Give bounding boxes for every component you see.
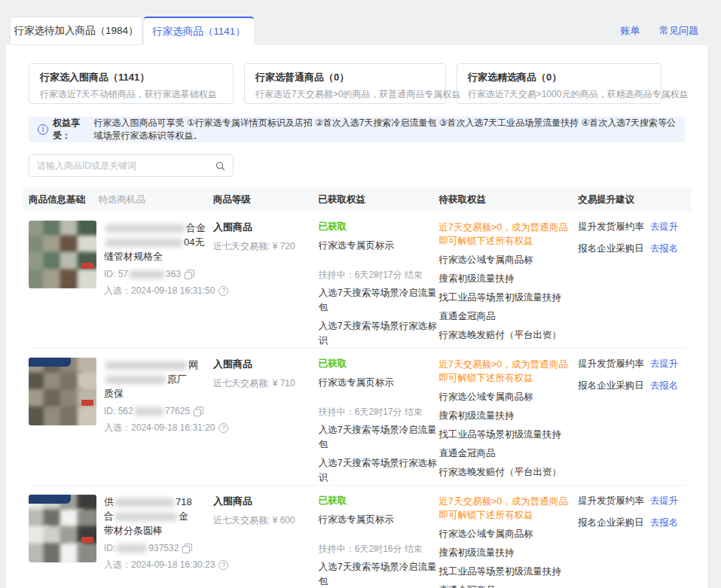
selected-time-text: 入选：2024-09-18 16:31:50 — [104, 285, 215, 297]
suggestion-action-link[interactable]: 去报名 — [650, 380, 679, 391]
product-search — [29, 154, 234, 177]
pending-benefit-item: 行家选公域专属商品标 — [439, 527, 579, 541]
header-product-info-tab[interactable]: 商品信息基础 — [29, 194, 85, 205]
card-shortlisted-products[interactable]: 行家选入围商品（1141） 行家选近7天不动销商品，获行家选基础权益 — [29, 63, 234, 104]
card-title: 行家选入围商品（1141） — [40, 71, 222, 84]
text-fragment: ID: — [104, 543, 115, 553]
suggestion-action-link[interactable]: 去报名 — [650, 243, 679, 254]
bill-link[interactable]: 账单 — [620, 25, 640, 36]
suggestion-row: 提升发货履约率去提升 — [578, 358, 685, 370]
suggestion-label: 报名企业采购日 — [578, 243, 644, 254]
table-row: 供718合金带材分条圆棒 ID: 937532 入选：2024-09-18 16… — [29, 486, 685, 588]
suggestion-label: 报名企业采购日 — [578, 517, 644, 528]
selected-time-text: 入选：2024-09-18 16:31:20 — [104, 422, 215, 434]
suggestion-row: 报名企业采购日去报名 — [578, 379, 685, 392]
seven-day-trade-amount: 近七天交易额: ¥ 600 — [213, 514, 319, 527]
product-selected-time: 入选：2024-09-18 16:31:50? — [104, 285, 213, 297]
grade-name: 入围商品 — [213, 495, 319, 508]
text-fragment: 77625 — [165, 406, 190, 416]
card-title: 行家选普通商品（0） — [255, 71, 435, 84]
product-info-cell: 网原厂质保 ID: 56277625 入选：2024-09-18 16:31:2… — [29, 358, 213, 485]
copy-icon[interactable] — [185, 270, 194, 279]
product-grade-cell: 入围商品 近七天交易额: ¥ 710 — [213, 358, 319, 485]
thumbnail-price-chip — [81, 400, 93, 406]
table-row: 网原厂质保 ID: 56277625 入选：2024-09-18 16:31:2… — [29, 349, 685, 486]
table-row: 合金04无缝管材规格全 ID: 57363 入选：2024-09-18 16:3… — [29, 212, 685, 349]
copy-icon[interactable] — [194, 407, 203, 416]
product-id: ID: 57363 — [104, 269, 213, 279]
copy-icon[interactable] — [182, 544, 192, 553]
card-featured-products[interactable]: 行家选精选商品（0） 行家选近7天交易>1000元的商品，获精选商品专属权益 — [457, 63, 661, 104]
thumbnail-price-chip — [81, 263, 93, 269]
tab-selected-products[interactable]: 行家选商品（1141） — [144, 17, 254, 45]
suggestion-label: 提升发货履约率 — [578, 495, 644, 506]
redacted-text — [105, 239, 182, 247]
text-fragment: 供 — [104, 496, 114, 507]
text-fragment: 363 — [166, 269, 181, 279]
header-featured-opportunity-tab[interactable]: 特选商机品 — [98, 194, 145, 205]
text-fragment: ID: 562 — [104, 406, 133, 416]
suggestion-label: 报名企业采购日 — [578, 380, 644, 391]
support-countdown: 扶持中：6天2时17分 结束 — [319, 269, 439, 282]
acquired-status: 已获取 — [319, 495, 439, 507]
pending-benefit-item: 搜索初级流量扶持 — [439, 409, 579, 422]
suggestion-action-link[interactable]: 去报名 — [650, 517, 679, 528]
redacted-text — [117, 544, 147, 553]
support-benefit-item: 入选7天搜索等场景冷启流量包 — [319, 286, 439, 315]
support-benefit-item: 入选7天搜索等场景冷启流量包 — [319, 423, 439, 452]
header-pending-benefits: 待获取权益 — [438, 193, 578, 206]
suggestion-action-link[interactable]: 去提升 — [650, 495, 679, 506]
product-table-body: 合金04无缝管材规格全 ID: 57363 入选：2024-09-18 16:3… — [29, 212, 685, 588]
thumbnail-banner — [29, 358, 71, 367]
search-icon[interactable] — [215, 161, 225, 171]
text-fragment: 合 — [104, 510, 114, 522]
card-normal-products[interactable]: 行家选普通商品（0） 行家选近7天交易额>0的商品，获普通商品专属权益 — [244, 63, 446, 104]
faq-link[interactable]: 常见问题 — [659, 25, 698, 36]
product-title[interactable]: 合金04无缝管材规格全 — [104, 221, 213, 264]
product-title[interactable]: 供718合金带材分条圆棒 — [104, 495, 213, 538]
suggestion-row: 报名企业采购日去报名 — [578, 242, 685, 255]
search-input[interactable] — [37, 160, 215, 171]
top-links: 账单 常见问题 — [603, 24, 698, 38]
acquired-benefit-item: 行家选专属页标示 — [319, 376, 439, 389]
acquired-benefits-cell: 已获取 行家选专属页标示 扶持中：6天2时17分 结束 入选7天搜索等场景冷启流… — [319, 221, 439, 348]
redacted-text — [130, 270, 164, 279]
banner-text: 行家选入围商品可享受 ①行家选专属详情页标识及店招 ②首次入选7天搜索冷启流量包… — [94, 117, 676, 142]
product-selected-time: 入选：2024-09-18 16:31:20? — [104, 422, 213, 434]
text-fragment: 937532 — [148, 543, 179, 553]
suggestion-action-link[interactable]: 去提升 — [650, 221, 679, 232]
header-acquired-benefits: 已获取权益 — [319, 193, 439, 206]
pending-items: 行家选公域专属商品标搜索初级流量扶持找工业品等场景初级流量扶持直通金冠商品行家选… — [439, 527, 579, 588]
info-icon: i — [38, 124, 48, 135]
product-grade-cell: 入围商品 近七天交易额: ¥ 600 — [213, 495, 319, 588]
tab-pending-products[interactable]: 行家选待加入商品（1984） — [10, 17, 142, 45]
product-thumbnail[interactable] — [29, 358, 96, 425]
suggestion-action-link[interactable]: 去提升 — [650, 358, 679, 369]
card-title: 行家选精选商品（0） — [468, 71, 650, 84]
pending-benefit-item: 行家选晚发赔付（平台出资） — [439, 328, 579, 342]
pending-benefit-item: 搜索初级流量扶持 — [439, 546, 579, 559]
suggestion-label: 提升发货履约率 — [578, 221, 644, 232]
pending-benefit-item: 搜索初级流量扶持 — [439, 272, 579, 285]
product-thumbnail[interactable] — [29, 495, 96, 562]
acquired-status: 已获取 — [319, 221, 439, 233]
product-title[interactable]: 网原厂质保 — [104, 358, 213, 401]
header-product-grade: 商品等级 — [213, 193, 319, 206]
top-tab-bar: 行家选待加入商品（1984） 行家选商品（1141） — [10, 17, 254, 45]
support-items: 入选7天搜索等场景冷启流量包入选7天搜索等场景行家选标识 — [319, 560, 439, 588]
card-description: 行家选近7天不动销商品，获行家选基础权益 — [40, 88, 222, 101]
selected-time-text: 入选：2024-09-18 16:30:23 — [104, 559, 215, 571]
support-benefit-item: 入选7天搜索等场景冷启流量包 — [319, 560, 439, 588]
product-thumbnail[interactable] — [29, 221, 96, 288]
pending-highlight: 近7天交易额>0，成为普通商品即可解锁下述所有权益 — [439, 221, 573, 248]
redacted-text — [115, 513, 177, 521]
acquired-benefits-cell: 已获取 行家选专属页标示 扶持中：6天2时17分 结束 入选7天搜索等场景冷启流… — [319, 358, 439, 485]
pending-items: 行家选公域专属商品标搜索初级流量扶持找工业品等场景初级流量扶持直通金冠商品行家选… — [439, 253, 579, 342]
pending-benefit-item: 直通金冠商品 — [439, 583, 579, 588]
suggestion-row: 报名企业采购日去报名 — [578, 516, 685, 529]
product-id: ID: 56277625 — [104, 406, 213, 416]
thumbnail-banner — [29, 495, 71, 504]
redacted-text — [115, 498, 174, 507]
pending-highlight: 近7天交易额>0，成为普通商品即可解锁下述所有权益 — [439, 358, 573, 385]
benefits-banner: i 权益享受： 行家选入围商品可享受 ①行家选专属详情页标识及店招 ②首次入选7… — [29, 117, 685, 142]
